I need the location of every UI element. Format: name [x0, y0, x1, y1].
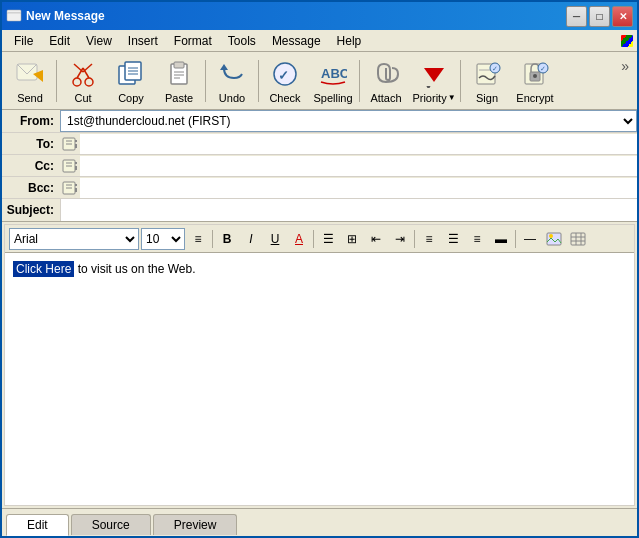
- menu-edit[interactable]: Edit: [41, 32, 78, 50]
- to-book-icon[interactable]: [60, 137, 80, 151]
- restore-button[interactable]: □: [589, 6, 610, 27]
- bold-button[interactable]: B: [216, 228, 238, 250]
- unordered-list-button[interactable]: ☰: [317, 228, 339, 250]
- toolbar-sep-2: [205, 60, 206, 102]
- cut-button[interactable]: Cut: [59, 55, 107, 107]
- svg-line-10: [83, 64, 92, 72]
- font-select[interactable]: Arial: [9, 228, 139, 250]
- svg-rect-53: [75, 190, 77, 192]
- paste-label: Paste: [165, 92, 193, 104]
- email-body[interactable]: Click Here to visit us on the Web.: [5, 253, 634, 505]
- sign-icon: ✓: [471, 58, 503, 90]
- svg-text:✓: ✓: [492, 65, 498, 72]
- menu-tools[interactable]: Tools: [220, 32, 264, 50]
- spelling-label: Spelling: [313, 92, 352, 104]
- bcc-book-icon[interactable]: [60, 181, 80, 195]
- priority-button[interactable]: ▼ Priority ▼: [410, 55, 458, 107]
- compose-wrapper: Arial 10 ≡ B I U A ☰ ⊞ ⇤ ⇥ ≡ ☰ ≡: [2, 222, 637, 508]
- toolbar-sep-3: [258, 60, 259, 102]
- svg-rect-47: [75, 168, 77, 170]
- cut-label: Cut: [74, 92, 91, 104]
- svg-marker-25: [424, 68, 444, 82]
- svg-point-5: [73, 78, 81, 86]
- tab-preview[interactable]: Preview: [153, 514, 238, 535]
- compose-area: Arial 10 ≡ B I U A ☰ ⊞ ⇤ ⇥ ≡ ☰ ≡: [4, 224, 635, 506]
- toolbar-sep-4: [359, 60, 360, 102]
- indent2-button[interactable]: ⇥: [389, 228, 411, 250]
- font-color-button[interactable]: A: [288, 228, 310, 250]
- encrypt-button[interactable]: ✓ Encrypt: [511, 55, 559, 107]
- to-input[interactable]: [80, 134, 637, 154]
- cc-row: Cc:: [2, 155, 637, 177]
- table-button[interactable]: [567, 228, 589, 250]
- attach-icon: [370, 58, 402, 90]
- align-right-button[interactable]: ≡: [466, 228, 488, 250]
- copy-label: Copy: [118, 92, 144, 104]
- window-icon: [6, 8, 22, 24]
- to-label: To:: [2, 137, 60, 151]
- priority-icon: ▼: [418, 58, 450, 90]
- sign-button[interactable]: ✓ Sign: [463, 55, 511, 107]
- svg-text:▼: ▼: [425, 84, 432, 88]
- click-here-link[interactable]: Click Here: [13, 261, 74, 277]
- format-sep-1: [212, 230, 213, 248]
- from-row: From: 1st@thundercloud.net (FIRST): [2, 110, 637, 133]
- align-left-button[interactable]: ≡: [418, 228, 440, 250]
- sign-label: Sign: [476, 92, 498, 104]
- check-button[interactable]: ✓ Check: [261, 55, 309, 107]
- send-button[interactable]: Send: [6, 55, 54, 107]
- subject-label: Subject:: [2, 203, 60, 217]
- from-select[interactable]: 1st@thundercloud.net (FIRST): [60, 110, 637, 132]
- encrypt-label: Encrypt: [516, 92, 553, 104]
- menu-insert[interactable]: Insert: [120, 32, 166, 50]
- hr-button[interactable]: —: [519, 228, 541, 250]
- justify-button[interactable]: ▬: [490, 228, 512, 250]
- toolbar-more-button[interactable]: »: [617, 54, 633, 76]
- spelling-button[interactable]: ABC Spelling: [309, 55, 357, 107]
- undo-button[interactable]: Undo: [208, 55, 256, 107]
- indent-button[interactable]: ≡: [187, 228, 209, 250]
- svg-rect-17: [174, 62, 184, 68]
- menu-message[interactable]: Message: [264, 32, 329, 50]
- undo-label: Undo: [219, 92, 245, 104]
- format-sep-2: [313, 230, 314, 248]
- align-center-button[interactable]: ☰: [442, 228, 464, 250]
- bcc-input[interactable]: [80, 178, 637, 198]
- image-button[interactable]: [543, 228, 565, 250]
- tab-source[interactable]: Source: [71, 514, 151, 535]
- tab-edit[interactable]: Edit: [6, 514, 69, 536]
- priority-dropdown-arrow: ▼: [448, 93, 456, 102]
- bcc-label: Bcc:: [2, 181, 60, 195]
- menu-file[interactable]: File: [6, 32, 41, 50]
- attach-button[interactable]: Attach: [362, 55, 410, 107]
- size-select[interactable]: 10: [141, 228, 185, 250]
- menu-format[interactable]: Format: [166, 32, 220, 50]
- spelling-icon: ABC: [317, 58, 349, 90]
- svg-line-9: [74, 64, 83, 72]
- outdent-button[interactable]: ⇤: [365, 228, 387, 250]
- ordered-list-button[interactable]: ⊞: [341, 228, 363, 250]
- cc-input[interactable]: [80, 156, 637, 176]
- underline-button[interactable]: U: [264, 228, 286, 250]
- email-body-content: Click Here to visit us on the Web.: [13, 261, 626, 278]
- svg-point-6: [85, 78, 93, 86]
- menu-bar: File Edit View Insert Format Tools Messa…: [2, 30, 637, 52]
- subject-input[interactable]: [60, 199, 637, 221]
- menu-view[interactable]: View: [78, 32, 120, 50]
- svg-text:ABC: ABC: [321, 66, 347, 81]
- close-button[interactable]: ✕: [612, 6, 633, 27]
- format-toolbar: Arial 10 ≡ B I U A ☰ ⊞ ⇤ ⇥ ≡ ☰ ≡: [5, 225, 634, 253]
- title-bar: New Message ─ □ ✕: [2, 2, 637, 30]
- svg-rect-46: [75, 166, 77, 168]
- svg-rect-56: [571, 233, 585, 245]
- italic-button[interactable]: I: [240, 228, 262, 250]
- cc-book-icon[interactable]: [60, 159, 80, 173]
- copy-button[interactable]: Copy: [107, 55, 155, 107]
- minimize-button[interactable]: ─: [566, 6, 587, 27]
- toolbar-sep-1: [56, 60, 57, 102]
- menu-help[interactable]: Help: [329, 32, 370, 50]
- window-controls: ─ □ ✕: [566, 6, 633, 27]
- paste-button[interactable]: Paste: [155, 55, 203, 107]
- svg-rect-52: [75, 188, 77, 190]
- check-label: Check: [269, 92, 300, 104]
